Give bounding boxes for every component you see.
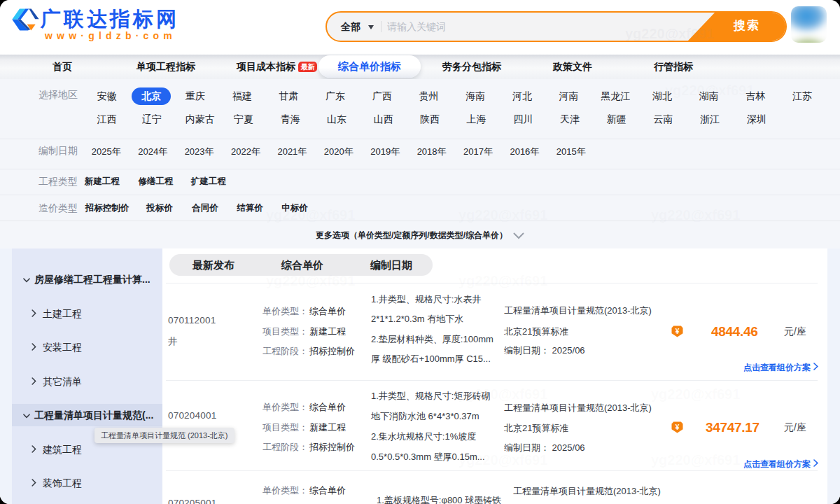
svg-text:¥: ¥ — [676, 424, 680, 431]
svg-text:¥: ¥ — [676, 328, 680, 335]
